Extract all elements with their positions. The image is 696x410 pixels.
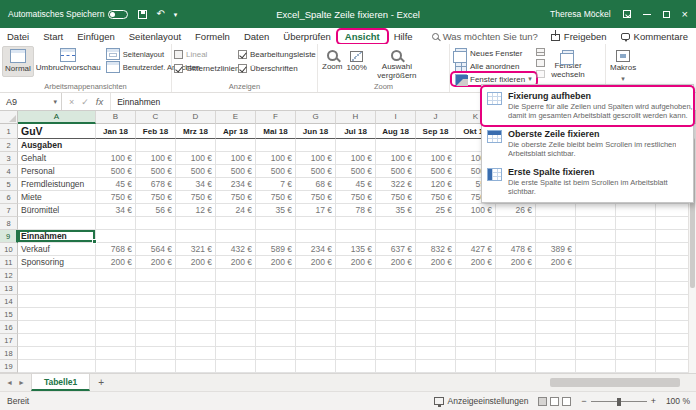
- sheet-nav-right-icon[interactable]: ►: [18, 379, 25, 386]
- cell-D11[interactable]: 200 €: [176, 256, 216, 269]
- cell-L7[interactable]: 26 €: [496, 204, 536, 217]
- cell-O8[interactable]: [616, 217, 656, 230]
- cell-E12[interactable]: [216, 269, 256, 282]
- cell-I3[interactable]: 100 €: [376, 152, 416, 165]
- cell-B19[interactable]: [96, 360, 136, 373]
- cell-C5[interactable]: 678 €: [136, 178, 176, 191]
- cell-J10[interactable]: 832 €: [416, 243, 456, 256]
- cell-C17[interactable]: [136, 334, 176, 347]
- cell-L15[interactable]: [496, 308, 536, 321]
- menu-item-2[interactable]: Oberste Zeile fixierenDie oberste Zeile …: [482, 125, 693, 163]
- cell-B11[interactable]: 200 €: [96, 256, 136, 269]
- cell-B14[interactable]: [96, 295, 136, 308]
- row-header-10[interactable]: 10: [0, 243, 18, 256]
- column-header-J[interactable]: J: [416, 111, 456, 124]
- cell-B9[interactable]: [96, 230, 136, 243]
- cell-C3[interactable]: 100 €: [136, 152, 176, 165]
- cell-G2[interactable]: [296, 139, 336, 152]
- horizontal-scrollbar-thumb[interactable]: [550, 378, 680, 387]
- cell-C1[interactable]: Feb 18: [136, 124, 176, 139]
- cell-E18[interactable]: [216, 347, 256, 360]
- cell-D12[interactable]: [176, 269, 216, 282]
- cell-A19[interactable]: [18, 360, 96, 373]
- cell-D13[interactable]: [176, 282, 216, 295]
- cell-I10[interactable]: 637 €: [376, 243, 416, 256]
- cell-L8[interactable]: [496, 217, 536, 230]
- cell-M19[interactable]: [536, 360, 576, 373]
- cell-G14[interactable]: [296, 295, 336, 308]
- cell-I1[interactable]: Aug 18: [376, 124, 416, 139]
- cell-F5[interactable]: 7 €: [256, 178, 296, 191]
- cell-L10[interactable]: 478 €: [496, 243, 536, 256]
- cell-E8[interactable]: [216, 217, 256, 230]
- cell-H17[interactable]: [336, 334, 376, 347]
- cell-E6[interactable]: 750 €: [216, 191, 256, 204]
- cell-M14[interactable]: [536, 295, 576, 308]
- cell-I13[interactable]: [376, 282, 416, 295]
- cell-B1[interactable]: Jan 18: [96, 124, 136, 139]
- cell-J8[interactable]: [416, 217, 456, 230]
- share-button[interactable]: Freigeben: [551, 31, 607, 42]
- cell-F1[interactable]: Mai 18: [256, 124, 296, 139]
- row-header-9[interactable]: 9: [0, 230, 18, 243]
- cell-B17[interactable]: [96, 334, 136, 347]
- cell-M13[interactable]: [536, 282, 576, 295]
- cell-C19[interactable]: [136, 360, 176, 373]
- cell-H6[interactable]: 750 €: [336, 191, 376, 204]
- cell-G3[interactable]: 100 €: [296, 152, 336, 165]
- cell-K17[interactable]: [456, 334, 496, 347]
- cell-F19[interactable]: [256, 360, 296, 373]
- zoom-out-icon[interactable]: −: [581, 396, 586, 406]
- cell-E19[interactable]: [216, 360, 256, 373]
- cell-J12[interactable]: [416, 269, 456, 282]
- row-header-3[interactable]: 3: [0, 152, 18, 165]
- row-header-17[interactable]: 17: [0, 334, 18, 347]
- cell-H13[interactable]: [336, 282, 376, 295]
- column-header-I[interactable]: I: [376, 111, 416, 124]
- cell-J4[interactable]: 500 €: [416, 165, 456, 178]
- cell-A2[interactable]: Ausgaben: [18, 139, 96, 152]
- cell-L16[interactable]: [496, 321, 536, 334]
- cell-F18[interactable]: [256, 347, 296, 360]
- cell-M10[interactable]: 389 €: [536, 243, 576, 256]
- cell-N15[interactable]: [576, 308, 616, 321]
- cell-D16[interactable]: [176, 321, 216, 334]
- cell-J6[interactable]: 750 €: [416, 191, 456, 204]
- cell-F8[interactable]: [256, 217, 296, 230]
- cell-E15[interactable]: [216, 308, 256, 321]
- autosave-control[interactable]: Automatisches Speichern: [8, 9, 128, 19]
- cell-G13[interactable]: [296, 282, 336, 295]
- cell-D2[interactable]: [176, 139, 216, 152]
- cell-O17[interactable]: [616, 334, 656, 347]
- cell-M15[interactable]: [536, 308, 576, 321]
- row-header-19[interactable]: 19: [0, 360, 18, 373]
- row-header-4[interactable]: 4: [0, 165, 18, 178]
- cell-C12[interactable]: [136, 269, 176, 282]
- cell-H7[interactable]: 78 €: [336, 204, 376, 217]
- cell-G1[interactable]: Jun 18: [296, 124, 336, 139]
- cell-A18[interactable]: [18, 347, 96, 360]
- cell-J17[interactable]: [416, 334, 456, 347]
- cell-G6[interactable]: 750 €: [296, 191, 336, 204]
- cell-I16[interactable]: [376, 321, 416, 334]
- column-header-C[interactable]: C: [136, 111, 176, 124]
- cancel-icon[interactable]: ×: [69, 97, 74, 107]
- cell-F4[interactable]: 500 €: [256, 165, 296, 178]
- cell-D14[interactable]: [176, 295, 216, 308]
- row-header-12[interactable]: 12: [0, 269, 18, 282]
- cell-D18[interactable]: [176, 347, 216, 360]
- cell-K7[interactable]: 100 €: [456, 204, 496, 217]
- cell-C10[interactable]: 564 €: [136, 243, 176, 256]
- cell-M17[interactable]: [536, 334, 576, 347]
- cell-M18[interactable]: [536, 347, 576, 360]
- cell-N8[interactable]: [576, 217, 616, 230]
- cell-H5[interactable]: 45 €: [336, 178, 376, 191]
- cell-A14[interactable]: [18, 295, 96, 308]
- cell-F2[interactable]: [256, 139, 296, 152]
- cell-B7[interactable]: 34 €: [96, 204, 136, 217]
- cell-A8[interactable]: [18, 217, 96, 230]
- cell-B15[interactable]: [96, 308, 136, 321]
- cell-B10[interactable]: 768 €: [96, 243, 136, 256]
- ribbon-display-options-icon[interactable]: [623, 10, 631, 18]
- insert-function-icon[interactable]: fx: [96, 96, 103, 107]
